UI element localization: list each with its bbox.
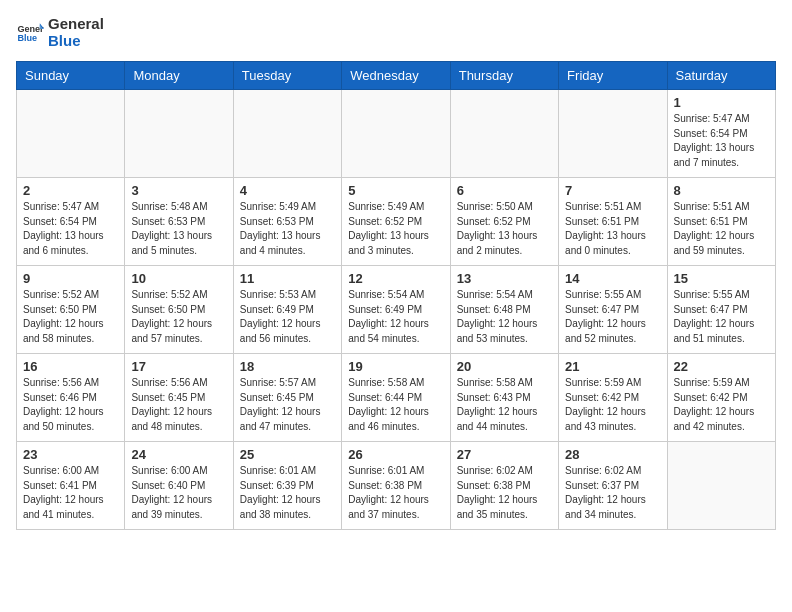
day-info: Sunrise: 6:02 AM Sunset: 6:38 PM Dayligh… [457, 464, 552, 522]
calendar-cell: 10Sunrise: 5:52 AM Sunset: 6:50 PM Dayli… [125, 266, 233, 354]
calendar-cell: 21Sunrise: 5:59 AM Sunset: 6:42 PM Dayli… [559, 354, 667, 442]
day-number: 20 [457, 359, 552, 374]
day-number: 23 [23, 447, 118, 462]
calendar-cell: 26Sunrise: 6:01 AM Sunset: 6:38 PM Dayli… [342, 442, 450, 530]
weekday-header-wednesday: Wednesday [342, 62, 450, 90]
calendar-cell: 24Sunrise: 6:00 AM Sunset: 6:40 PM Dayli… [125, 442, 233, 530]
day-info: Sunrise: 5:55 AM Sunset: 6:47 PM Dayligh… [565, 288, 660, 346]
week-row-1: 2Sunrise: 5:47 AM Sunset: 6:54 PM Daylig… [17, 178, 776, 266]
calendar-cell: 11Sunrise: 5:53 AM Sunset: 6:49 PM Dayli… [233, 266, 341, 354]
day-number: 28 [565, 447, 660, 462]
calendar-cell: 18Sunrise: 5:57 AM Sunset: 6:45 PM Dayli… [233, 354, 341, 442]
weekday-header-sunday: Sunday [17, 62, 125, 90]
day-info: Sunrise: 5:52 AM Sunset: 6:50 PM Dayligh… [23, 288, 118, 346]
week-row-0: 1Sunrise: 5:47 AM Sunset: 6:54 PM Daylig… [17, 90, 776, 178]
calendar-cell: 17Sunrise: 5:56 AM Sunset: 6:45 PM Dayli… [125, 354, 233, 442]
calendar-cell [233, 90, 341, 178]
day-info: Sunrise: 5:53 AM Sunset: 6:49 PM Dayligh… [240, 288, 335, 346]
calendar-cell: 19Sunrise: 5:58 AM Sunset: 6:44 PM Dayli… [342, 354, 450, 442]
calendar-cell: 12Sunrise: 5:54 AM Sunset: 6:49 PM Dayli… [342, 266, 450, 354]
weekday-header-row: SundayMondayTuesdayWednesdayThursdayFrid… [17, 62, 776, 90]
day-info: Sunrise: 5:47 AM Sunset: 6:54 PM Dayligh… [674, 112, 769, 170]
week-row-3: 16Sunrise: 5:56 AM Sunset: 6:46 PM Dayli… [17, 354, 776, 442]
logo-general: General [48, 16, 104, 33]
weekday-header-tuesday: Tuesday [233, 62, 341, 90]
day-info: Sunrise: 5:55 AM Sunset: 6:47 PM Dayligh… [674, 288, 769, 346]
svg-text:Blue: Blue [17, 33, 37, 43]
day-number: 25 [240, 447, 335, 462]
day-info: Sunrise: 6:00 AM Sunset: 6:40 PM Dayligh… [131, 464, 226, 522]
calendar-cell: 13Sunrise: 5:54 AM Sunset: 6:48 PM Dayli… [450, 266, 558, 354]
calendar-cell: 6Sunrise: 5:50 AM Sunset: 6:52 PM Daylig… [450, 178, 558, 266]
day-info: Sunrise: 5:59 AM Sunset: 6:42 PM Dayligh… [565, 376, 660, 434]
page-header: General Blue General Blue [16, 16, 776, 49]
day-number: 27 [457, 447, 552, 462]
day-number: 21 [565, 359, 660, 374]
calendar-cell [342, 90, 450, 178]
day-number: 10 [131, 271, 226, 286]
day-number: 13 [457, 271, 552, 286]
day-number: 2 [23, 183, 118, 198]
day-number: 5 [348, 183, 443, 198]
day-info: Sunrise: 5:48 AM Sunset: 6:53 PM Dayligh… [131, 200, 226, 258]
day-info: Sunrise: 5:51 AM Sunset: 6:51 PM Dayligh… [565, 200, 660, 258]
calendar-cell [125, 90, 233, 178]
day-info: Sunrise: 5:49 AM Sunset: 6:53 PM Dayligh… [240, 200, 335, 258]
day-info: Sunrise: 6:02 AM Sunset: 6:37 PM Dayligh… [565, 464, 660, 522]
calendar-cell [450, 90, 558, 178]
day-info: Sunrise: 5:56 AM Sunset: 6:45 PM Dayligh… [131, 376, 226, 434]
calendar-cell: 23Sunrise: 6:00 AM Sunset: 6:41 PM Dayli… [17, 442, 125, 530]
day-number: 22 [674, 359, 769, 374]
weekday-header-thursday: Thursday [450, 62, 558, 90]
day-info: Sunrise: 5:49 AM Sunset: 6:52 PM Dayligh… [348, 200, 443, 258]
logo-blue: Blue [48, 33, 104, 50]
day-number: 1 [674, 95, 769, 110]
day-number: 11 [240, 271, 335, 286]
week-row-2: 9Sunrise: 5:52 AM Sunset: 6:50 PM Daylig… [17, 266, 776, 354]
day-info: Sunrise: 5:52 AM Sunset: 6:50 PM Dayligh… [131, 288, 226, 346]
calendar-cell [559, 90, 667, 178]
day-number: 14 [565, 271, 660, 286]
day-number: 4 [240, 183, 335, 198]
day-info: Sunrise: 5:50 AM Sunset: 6:52 PM Dayligh… [457, 200, 552, 258]
calendar-cell: 2Sunrise: 5:47 AM Sunset: 6:54 PM Daylig… [17, 178, 125, 266]
day-number: 8 [674, 183, 769, 198]
logo-text: General Blue [48, 16, 104, 49]
calendar: SundayMondayTuesdayWednesdayThursdayFrid… [16, 61, 776, 530]
day-info: Sunrise: 5:47 AM Sunset: 6:54 PM Dayligh… [23, 200, 118, 258]
calendar-cell: 14Sunrise: 5:55 AM Sunset: 6:47 PM Dayli… [559, 266, 667, 354]
day-info: Sunrise: 5:51 AM Sunset: 6:51 PM Dayligh… [674, 200, 769, 258]
day-number: 12 [348, 271, 443, 286]
calendar-cell: 25Sunrise: 6:01 AM Sunset: 6:39 PM Dayli… [233, 442, 341, 530]
calendar-cell: 4Sunrise: 5:49 AM Sunset: 6:53 PM Daylig… [233, 178, 341, 266]
day-number: 17 [131, 359, 226, 374]
day-info: Sunrise: 6:00 AM Sunset: 6:41 PM Dayligh… [23, 464, 118, 522]
day-info: Sunrise: 5:58 AM Sunset: 6:43 PM Dayligh… [457, 376, 552, 434]
calendar-cell: 20Sunrise: 5:58 AM Sunset: 6:43 PM Dayli… [450, 354, 558, 442]
calendar-cell: 7Sunrise: 5:51 AM Sunset: 6:51 PM Daylig… [559, 178, 667, 266]
day-info: Sunrise: 5:54 AM Sunset: 6:48 PM Dayligh… [457, 288, 552, 346]
calendar-cell: 8Sunrise: 5:51 AM Sunset: 6:51 PM Daylig… [667, 178, 775, 266]
calendar-cell: 3Sunrise: 5:48 AM Sunset: 6:53 PM Daylig… [125, 178, 233, 266]
day-number: 24 [131, 447, 226, 462]
day-number: 9 [23, 271, 118, 286]
day-info: Sunrise: 6:01 AM Sunset: 6:38 PM Dayligh… [348, 464, 443, 522]
calendar-cell: 15Sunrise: 5:55 AM Sunset: 6:47 PM Dayli… [667, 266, 775, 354]
day-info: Sunrise: 5:58 AM Sunset: 6:44 PM Dayligh… [348, 376, 443, 434]
day-info: Sunrise: 6:01 AM Sunset: 6:39 PM Dayligh… [240, 464, 335, 522]
day-info: Sunrise: 5:56 AM Sunset: 6:46 PM Dayligh… [23, 376, 118, 434]
calendar-cell: 22Sunrise: 5:59 AM Sunset: 6:42 PM Dayli… [667, 354, 775, 442]
day-number: 26 [348, 447, 443, 462]
logo: General Blue General Blue [16, 16, 104, 49]
day-number: 3 [131, 183, 226, 198]
day-number: 15 [674, 271, 769, 286]
day-number: 18 [240, 359, 335, 374]
calendar-cell: 16Sunrise: 5:56 AM Sunset: 6:46 PM Dayli… [17, 354, 125, 442]
calendar-cell [667, 442, 775, 530]
calendar-cell: 9Sunrise: 5:52 AM Sunset: 6:50 PM Daylig… [17, 266, 125, 354]
weekday-header-saturday: Saturday [667, 62, 775, 90]
logo-icon: General Blue [16, 19, 44, 47]
calendar-cell: 27Sunrise: 6:02 AM Sunset: 6:38 PM Dayli… [450, 442, 558, 530]
day-info: Sunrise: 5:59 AM Sunset: 6:42 PM Dayligh… [674, 376, 769, 434]
calendar-cell [17, 90, 125, 178]
